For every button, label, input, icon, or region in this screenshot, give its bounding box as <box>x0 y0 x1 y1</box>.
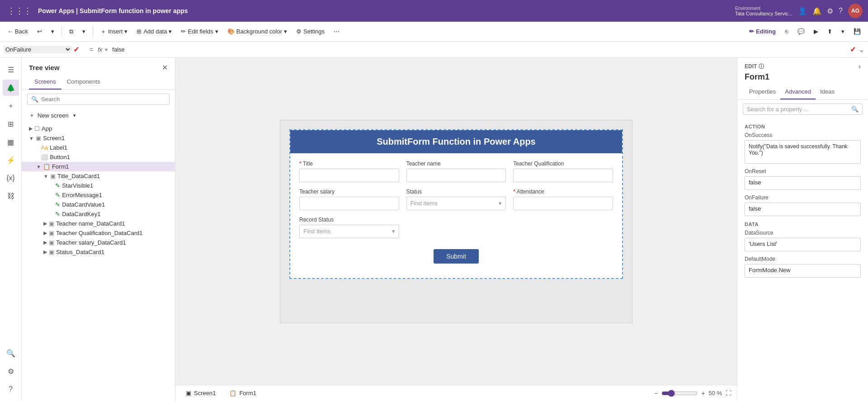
share-button[interactable]: ⎋ <box>781 26 792 37</box>
right-search-input[interactable] <box>747 106 849 113</box>
comment-icon[interactable]: 💬 <box>794 26 808 37</box>
field-teacher-name: Teacher name <box>406 160 506 182</box>
zoom-in-button[interactable]: + <box>701 390 705 397</box>
help-circle-icon[interactable]: ⓘ <box>759 63 764 71</box>
field-title-input[interactable] <box>299 169 399 182</box>
publish-button[interactable]: ⬆ <box>824 26 836 37</box>
publish-dropdown[interactable]: ▾ <box>838 26 848 37</box>
field-teacher-salary-input[interactable] <box>299 197 399 210</box>
spacer <box>51 212 53 217</box>
variables-icon[interactable]: {x} <box>3 170 19 186</box>
tree-item-form1[interactable]: ▼ 📋 Form1 <box>22 162 175 171</box>
bg-color-button[interactable]: 🎨 Background color ▾ <box>224 26 291 37</box>
undo-button[interactable]: ↩ <box>33 26 46 37</box>
tree-icon[interactable]: 🌲 <box>3 80 19 96</box>
right-panel-header: EDIT ⓘ › <box>737 58 868 71</box>
tree-close-button[interactable]: ✕ <box>162 63 168 72</box>
search-icon[interactable]: 🔍 <box>3 345 19 361</box>
onsuccess-value[interactable]: Notify("Data is saved successfully. Than… <box>745 140 861 164</box>
add-data-button[interactable]: ⊞ Add data ▾ <box>133 26 175 37</box>
new-screen-button[interactable]: ＋ New screen ▾ <box>22 109 175 122</box>
field-status-select[interactable]: Find items ▾ <box>406 197 506 210</box>
formula-selector[interactable]: OnFailure OnSuccess OnReset ✓ <box>4 45 85 54</box>
env-info: Environment Tata Consultancy Servic... <box>735 6 793 16</box>
main-content: ☰ 🌲 ＋ ⊞ ▦ ⚡ {x} ⛓ 🔍 ⚙ ? Tree view ✕ Scre… <box>0 58 868 401</box>
tree-item-teachersalary-datacard[interactable]: ▶ ▣ Teacher salary_DataCard1 <box>22 238 175 247</box>
formula-input[interactable] <box>110 46 847 53</box>
tab-screens[interactable]: Screens <box>29 75 61 90</box>
field-record-status-select[interactable]: Find items ▾ <box>299 225 399 238</box>
tab-components[interactable]: Components <box>61 75 106 90</box>
tree-item-app[interactable]: ▶ ☐ App <box>22 124 175 133</box>
formula-expand-icon[interactable]: ⌄ <box>859 45 864 54</box>
tree-body: ▶ ☐ App ▼ ▣ Screen1 Aa Label1 ⬜ Button1 <box>22 122 175 401</box>
zoom-out-button[interactable]: − <box>654 390 658 397</box>
group-icon: ▣ <box>49 230 54 236</box>
tab-ideas[interactable]: Ideas <box>816 85 839 99</box>
copy-button[interactable]: ⧉ <box>66 26 77 37</box>
play-button[interactable]: ▶ <box>810 26 822 37</box>
media-icon[interactable]: ▦ <box>3 134 19 150</box>
right-panel-expand-icon[interactable]: › <box>859 62 861 71</box>
screen-tab-icon: ▣ <box>186 390 191 396</box>
tree-item-button1[interactable]: ⬜ Button1 <box>22 152 175 162</box>
formula-property-select[interactable]: OnFailure OnSuccess OnReset <box>4 46 71 53</box>
defaultmode-value[interactable]: FormMode.New <box>745 264 861 278</box>
zoom-slider[interactable] <box>661 390 698 397</box>
save-button[interactable]: 💾 <box>850 26 864 37</box>
tree-item-starvisible[interactable]: ✎ StarVisible1 <box>22 181 175 190</box>
tree-item-status-datacard[interactable]: ▶ ▣ Status_DataCard1 <box>22 247 175 257</box>
field-teacher-qual-input[interactable] <box>513 169 613 182</box>
tree-item-datacardkey[interactable]: ✎ DataCardKey1 <box>22 209 175 219</box>
tree-item-title-datacard[interactable]: ▼ ▣ Title_DataCard1 <box>22 171 175 181</box>
tree-item-screen1[interactable]: ▼ ▣ Screen1 <box>22 133 175 143</box>
help-icon[interactable]: ? <box>839 7 843 15</box>
form-body: Title Teacher name Teacher Qualification <box>290 153 622 278</box>
help-bottom-icon[interactable]: ? <box>3 381 19 397</box>
apps-icon[interactable]: ⋮⋮⋮ <box>5 4 33 18</box>
field-attendance-input[interactable] <box>513 197 613 210</box>
data-icon[interactable]: ⊞ <box>3 116 19 132</box>
submit-button[interactable]: Submit <box>434 249 479 264</box>
tab-properties[interactable]: Properties <box>745 85 780 99</box>
datasource-value[interactable]: 'Users List' <box>745 238 861 251</box>
connectors-icon[interactable]: ⛓ <box>3 188 19 204</box>
editing-button[interactable]: ✏ Editing <box>745 26 779 37</box>
avatar[interactable]: AG <box>848 4 863 18</box>
person-icon[interactable]: 👤 <box>798 7 807 15</box>
settings-bottom-icon[interactable]: ⚙ <box>3 363 19 379</box>
power-automate-icon[interactable]: ⚡ <box>3 152 19 168</box>
edit-fields-button[interactable]: ✏ Edit fields ▾ <box>177 26 222 37</box>
tree-item-label: DataCardValue1 <box>62 201 105 208</box>
canvas-scroll[interactable]: SubmitForm Function in Power Apps Title … <box>175 58 737 385</box>
insert-button[interactable]: ＋ Insert ▾ <box>97 26 132 38</box>
copy-dropdown[interactable]: ▾ <box>79 26 89 37</box>
insert-panel-icon[interactable]: ＋ <box>3 98 19 114</box>
undo-dropdown[interactable]: ▾ <box>47 26 58 37</box>
settings-button[interactable]: ⚙ Settings <box>292 26 328 37</box>
onreset-value[interactable]: false <box>745 176 861 190</box>
canvas-tab-screen1[interactable]: ▣ Screen1 <box>181 387 221 399</box>
form-tab-icon: 📋 <box>229 390 236 396</box>
tree-item-label1[interactable]: Aa Label1 <box>22 143 175 152</box>
tree-search-input[interactable] <box>41 96 165 103</box>
expand-icon[interactable]: ⛶ <box>726 390 731 396</box>
settings-icon[interactable]: ⚙ <box>827 7 833 15</box>
collapse-icon[interactable]: ☰ <box>3 61 19 78</box>
equals-sign: = <box>88 46 95 53</box>
more-button[interactable]: ⋯ <box>330 26 343 37</box>
group-icon: ▣ <box>50 173 56 179</box>
chevron-down-icon: ▼ <box>43 174 48 179</box>
zoom-controls: − + 50 % ⛶ <box>654 390 731 397</box>
tree-item-errormessage[interactable]: ✎ ErrorMessage1 <box>22 190 175 200</box>
canvas-tab-form1[interactable]: 📋 Form1 <box>224 387 261 399</box>
tab-advanced[interactable]: Advanced <box>780 85 816 99</box>
back-button[interactable]: ← Back <box>4 26 32 37</box>
bell-icon[interactable]: 🔔 <box>812 7 821 15</box>
field-teacher-name-input[interactable] <box>406 169 506 182</box>
onfailure-value[interactable]: false <box>745 203 861 216</box>
tree-item-teachername-datacard[interactable]: ▶ ▣ Teacher name_DataCard1 <box>22 219 175 228</box>
left-icon-bar: ☰ 🌲 ＋ ⊞ ▦ ⚡ {x} ⛓ 🔍 ⚙ ? <box>0 58 22 401</box>
tree-item-teacherqual-datacard[interactable]: ▶ ▣ Teacher Qualification_DataCard1 <box>22 228 175 238</box>
tree-item-datacardvalue[interactable]: ✎ DataCardValue1 <box>22 200 175 209</box>
